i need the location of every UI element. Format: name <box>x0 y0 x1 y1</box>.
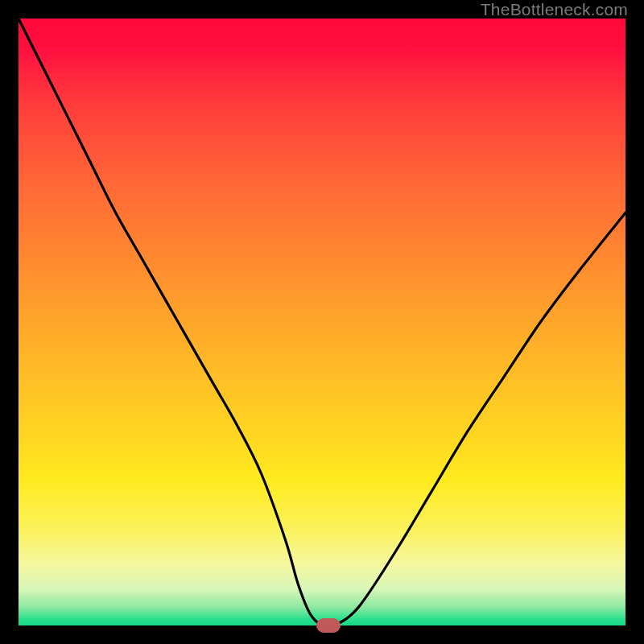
watermark-label: TheBottleneck.com <box>481 0 628 19</box>
minimum-marker <box>316 618 341 633</box>
bottleneck-curve <box>19 19 625 625</box>
plot-area <box>19 19 625 625</box>
chart-frame: TheBottleneck.com <box>0 0 644 644</box>
